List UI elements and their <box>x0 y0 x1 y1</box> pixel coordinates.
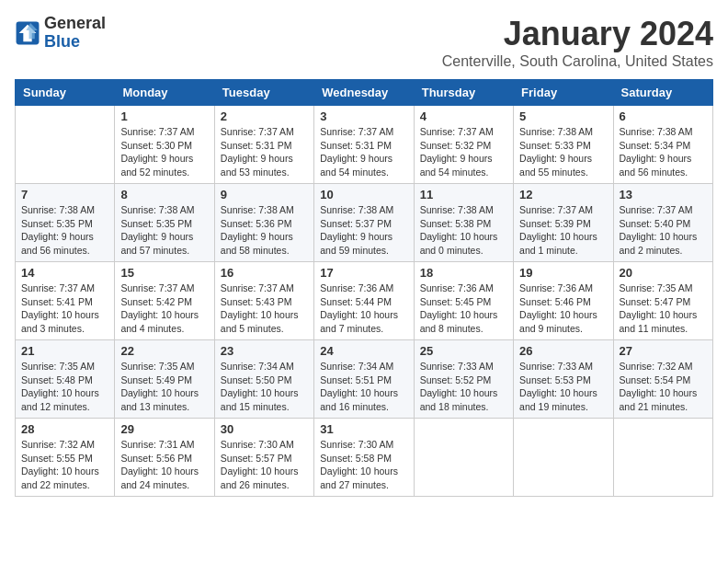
day-number: 27 <box>620 344 707 358</box>
day-info: Sunrise: 7:35 AMSunset: 5:48 PMDaylight:… <box>21 360 108 414</box>
calendar-day-cell: 7Sunrise: 7:38 AMSunset: 5:35 PMDaylight… <box>16 184 115 262</box>
day-number: 6 <box>620 109 707 123</box>
calendar-day-cell: 24Sunrise: 7:34 AMSunset: 5:51 PMDayligh… <box>314 340 414 419</box>
calendar-day-cell: 28Sunrise: 7:32 AMSunset: 5:55 PMDayligh… <box>16 419 115 497</box>
calendar-table: SundayMondayTuesdayWednesdayThursdayFrid… <box>15 79 713 497</box>
calendar-day-cell: 6Sunrise: 7:38 AMSunset: 5:34 PMDaylight… <box>613 106 712 184</box>
calendar-day-cell: 16Sunrise: 7:37 AMSunset: 5:43 PMDayligh… <box>214 262 313 340</box>
day-number: 4 <box>420 109 507 123</box>
weekday-header: Friday <box>514 80 613 106</box>
logo-icon <box>15 20 40 46</box>
calendar-day-cell: 17Sunrise: 7:36 AMSunset: 5:44 PMDayligh… <box>314 262 414 340</box>
day-number: 12 <box>519 188 607 201</box>
calendar-day-cell: 26Sunrise: 7:33 AMSunset: 5:53 PMDayligh… <box>514 340 613 419</box>
day-info: Sunrise: 7:36 AMSunset: 5:46 PMDaylight:… <box>519 282 607 336</box>
day-info: Sunrise: 7:34 AMSunset: 5:50 PMDaylight:… <box>221 360 308 414</box>
calendar-day-cell: 13Sunrise: 7:37 AMSunset: 5:40 PMDayligh… <box>613 184 712 262</box>
day-number: 9 <box>221 188 308 201</box>
day-info: Sunrise: 7:35 AMSunset: 5:49 PMDaylight:… <box>120 360 208 414</box>
weekday-header: Monday <box>115 80 214 106</box>
day-info: Sunrise: 7:31 AMSunset: 5:56 PMDaylight:… <box>120 438 208 492</box>
day-number: 15 <box>120 266 208 280</box>
day-info: Sunrise: 7:30 AMSunset: 5:58 PMDaylight:… <box>320 438 407 492</box>
day-info: Sunrise: 7:34 AMSunset: 5:51 PMDaylight:… <box>320 360 407 414</box>
day-number: 31 <box>320 422 407 436</box>
calendar-week-row: 7Sunrise: 7:38 AMSunset: 5:35 PMDaylight… <box>16 184 713 262</box>
calendar-day-cell: 20Sunrise: 7:35 AMSunset: 5:47 PMDayligh… <box>613 262 712 340</box>
day-number: 28 <box>21 422 108 436</box>
day-info: Sunrise: 7:38 AMSunset: 5:38 PMDaylight:… <box>420 203 507 258</box>
calendar-day-cell <box>613 419 712 497</box>
calendar-day-cell: 15Sunrise: 7:37 AMSunset: 5:42 PMDayligh… <box>115 262 214 340</box>
day-info: Sunrise: 7:38 AMSunset: 5:33 PMDaylight:… <box>519 125 607 179</box>
calendar-day-cell <box>514 419 613 497</box>
weekday-header: Sunday <box>16 80 115 106</box>
calendar-day-cell: 9Sunrise: 7:38 AMSunset: 5:36 PMDaylight… <box>214 184 313 262</box>
day-number: 24 <box>320 344 407 358</box>
day-number: 3 <box>320 109 407 123</box>
day-info: Sunrise: 7:30 AMSunset: 5:57 PMDaylight:… <box>221 438 308 492</box>
day-number: 7 <box>21 188 108 201</box>
calendar-day-cell: 22Sunrise: 7:35 AMSunset: 5:49 PMDayligh… <box>115 340 214 419</box>
day-number: 13 <box>620 188 707 201</box>
day-info: Sunrise: 7:36 AMSunset: 5:44 PMDaylight:… <box>320 282 407 336</box>
day-info: Sunrise: 7:32 AMSunset: 5:54 PMDaylight:… <box>620 360 707 414</box>
day-info: Sunrise: 7:37 AMSunset: 5:41 PMDaylight:… <box>21 282 108 336</box>
page-header: General Blue January 2024 Centerville, S… <box>15 15 713 70</box>
day-info: Sunrise: 7:38 AMSunset: 5:35 PMDaylight:… <box>21 203 108 258</box>
day-number: 17 <box>320 266 407 280</box>
day-info: Sunrise: 7:37 AMSunset: 5:42 PMDaylight:… <box>120 282 208 336</box>
calendar-day-cell: 2Sunrise: 7:37 AMSunset: 5:31 PMDaylight… <box>214 106 313 184</box>
calendar-day-cell: 27Sunrise: 7:32 AMSunset: 5:54 PMDayligh… <box>613 340 712 419</box>
day-info: Sunrise: 7:32 AMSunset: 5:55 PMDaylight:… <box>21 438 108 492</box>
day-number: 21 <box>21 344 108 358</box>
day-number: 14 <box>21 266 108 280</box>
day-number: 18 <box>420 266 507 280</box>
day-number: 1 <box>120 109 208 123</box>
logo: General Blue <box>15 15 106 52</box>
weekday-header: Wednesday <box>314 80 414 106</box>
calendar-day-cell: 8Sunrise: 7:38 AMSunset: 5:35 PMDaylight… <box>115 184 214 262</box>
day-info: Sunrise: 7:33 AMSunset: 5:52 PMDaylight:… <box>420 360 507 414</box>
day-number: 26 <box>519 344 607 358</box>
day-number: 25 <box>420 344 507 358</box>
day-number: 5 <box>519 109 607 123</box>
calendar-day-cell: 11Sunrise: 7:38 AMSunset: 5:38 PMDayligh… <box>414 184 513 262</box>
day-info: Sunrise: 7:37 AMSunset: 5:40 PMDaylight:… <box>620 203 707 258</box>
calendar-week-row: 14Sunrise: 7:37 AMSunset: 5:41 PMDayligh… <box>16 262 713 340</box>
day-info: Sunrise: 7:38 AMSunset: 5:34 PMDaylight:… <box>620 125 707 179</box>
page-title: January 2024 <box>442 15 713 53</box>
day-info: Sunrise: 7:37 AMSunset: 5:30 PMDaylight:… <box>120 125 208 179</box>
weekday-header-row: SundayMondayTuesdayWednesdayThursdayFrid… <box>16 80 713 106</box>
calendar-day-cell: 1Sunrise: 7:37 AMSunset: 5:30 PMDaylight… <box>115 106 214 184</box>
calendar-day-cell: 12Sunrise: 7:37 AMSunset: 5:39 PMDayligh… <box>514 184 613 262</box>
calendar-day-cell <box>16 106 115 184</box>
day-number: 11 <box>420 188 507 201</box>
day-info: Sunrise: 7:38 AMSunset: 5:36 PMDaylight:… <box>221 203 308 258</box>
day-number: 23 <box>221 344 308 358</box>
day-info: Sunrise: 7:37 AMSunset: 5:31 PMDaylight:… <box>221 125 308 179</box>
day-info: Sunrise: 7:35 AMSunset: 5:47 PMDaylight:… <box>620 282 707 336</box>
day-number: 19 <box>519 266 607 280</box>
calendar-day-cell: 23Sunrise: 7:34 AMSunset: 5:50 PMDayligh… <box>214 340 313 419</box>
day-number: 22 <box>120 344 208 358</box>
day-info: Sunrise: 7:36 AMSunset: 5:45 PMDaylight:… <box>420 282 507 336</box>
title-section: January 2024 Centerville, South Carolina… <box>442 15 713 70</box>
calendar-day-cell: 25Sunrise: 7:33 AMSunset: 5:52 PMDayligh… <box>414 340 513 419</box>
day-number: 16 <box>221 266 308 280</box>
calendar-week-row: 28Sunrise: 7:32 AMSunset: 5:55 PMDayligh… <box>16 419 713 497</box>
day-info: Sunrise: 7:37 AMSunset: 5:43 PMDaylight:… <box>221 282 308 336</box>
calendar-day-cell: 4Sunrise: 7:37 AMSunset: 5:32 PMDaylight… <box>414 106 513 184</box>
logo-text: General Blue <box>44 15 106 52</box>
day-number: 30 <box>221 422 308 436</box>
day-info: Sunrise: 7:38 AMSunset: 5:35 PMDaylight:… <box>120 203 208 258</box>
calendar-week-row: 21Sunrise: 7:35 AMSunset: 5:48 PMDayligh… <box>16 340 713 419</box>
day-number: 10 <box>320 188 407 201</box>
calendar-day-cell: 10Sunrise: 7:38 AMSunset: 5:37 PMDayligh… <box>314 184 414 262</box>
calendar-day-cell <box>414 419 513 497</box>
day-number: 2 <box>221 109 308 123</box>
calendar-week-row: 1Sunrise: 7:37 AMSunset: 5:30 PMDaylight… <box>16 106 713 184</box>
calendar-day-cell: 29Sunrise: 7:31 AMSunset: 5:56 PMDayligh… <box>115 419 214 497</box>
calendar-day-cell: 5Sunrise: 7:38 AMSunset: 5:33 PMDaylight… <box>514 106 613 184</box>
calendar-day-cell: 3Sunrise: 7:37 AMSunset: 5:31 PMDaylight… <box>314 106 414 184</box>
